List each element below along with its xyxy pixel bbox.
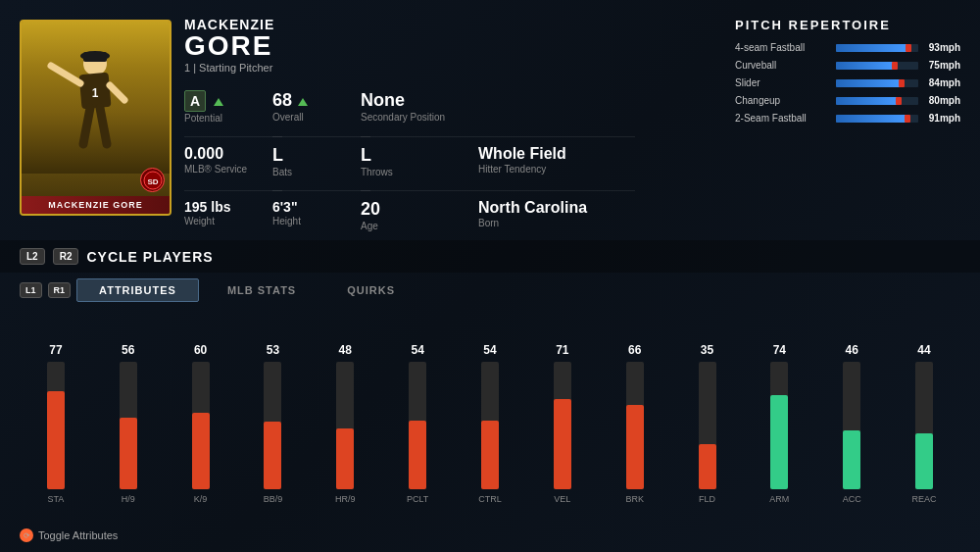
attr-name: BB/9 (264, 494, 283, 504)
age-stat: 20 Age (361, 190, 478, 236)
card-name-bar: MACKENZIE GORE (22, 196, 170, 214)
pitch-bar-container (836, 79, 918, 87)
pitch-speed: 80mph (926, 95, 960, 106)
btn-r1[interactable]: R1 (48, 282, 72, 298)
toggle-attributes-button[interactable]: ⟳ Toggle Attributes (20, 528, 118, 542)
tab-attributes[interactable]: ATTRIBUTES (76, 278, 199, 302)
pitch-speed: 84mph (926, 77, 960, 88)
svg-rect-8 (83, 52, 107, 62)
cycle-header: L2 R2 CYCLE PLAYERS (0, 240, 980, 273)
btn-l2[interactable]: L2 (20, 248, 45, 265)
pitch-name: Changeup (735, 95, 828, 106)
svg-line-2 (51, 66, 80, 83)
hitter-tendency-stat: Whole Field Hitter Tendency (478, 136, 635, 182)
potential-grade: A (184, 90, 206, 112)
svg-text:SD: SD (147, 177, 158, 186)
pitch-repertoire-title: PITCH REPERTOIRE (735, 18, 960, 32)
throws-label: Throws (361, 167, 463, 177)
svg-line-4 (83, 108, 90, 144)
attr-name: FLD (699, 494, 715, 504)
hitter-tendency-label: Hitter Tendency (478, 164, 619, 175)
attr-col: 54PCLT (381, 343, 454, 504)
main-container: SP 1 L 1 (0, 0, 980, 552)
attr-value: 44 (917, 343, 930, 357)
attr-bar-container (699, 362, 716, 489)
toggle-icon: ⟳ (20, 528, 33, 542)
tabs-row: L1 R1 ATTRIBUTES MLB STATS QUIRKS (0, 273, 980, 308)
born-stat: North Carolina Born (478, 190, 635, 236)
attr-bar-container (336, 362, 354, 489)
bats-label: Bats (272, 167, 355, 177)
attr-name: PCLT (407, 494, 428, 504)
potential-stat: A Potential (184, 85, 282, 128)
btn-l1[interactable]: L1 (20, 282, 42, 298)
height-stat: 6'3" Height (272, 190, 370, 236)
attr-name: HR/9 (335, 494, 356, 504)
attr-name: ARM (769, 494, 789, 504)
pitch-bar-fill (836, 97, 899, 105)
mlb-service-label: MLB® Service (184, 164, 267, 175)
team-logo: SD (140, 168, 165, 192)
pitch-bar-fill (836, 115, 907, 123)
empty-stat-1 (478, 85, 635, 128)
attr-bar-fill (192, 413, 210, 489)
toggle-attributes-label: Toggle Attributes (38, 529, 118, 541)
pitch-row: Slider84mph (735, 77, 960, 88)
attr-bar-container (843, 362, 860, 489)
attr-col: 48HR/9 (309, 343, 381, 504)
pitcher-silhouette: 1 (46, 46, 144, 174)
attr-value: 35 (701, 343, 713, 357)
pitch-bar-accent (896, 97, 902, 105)
attr-col: 35FLD (671, 343, 744, 504)
pitch-speed: 93mph (926, 42, 960, 53)
btn-r2[interactable]: R2 (53, 248, 79, 265)
pitch-repertoire-section: PITCH REPERTOIRE 4-seam Fastball93mphCur… (735, 18, 960, 130)
pitch-bar-container (836, 115, 918, 123)
attr-bar-container (626, 362, 644, 489)
attr-bar-fill (554, 399, 571, 489)
attr-bar-container (120, 362, 137, 489)
attr-bar-container (770, 362, 788, 489)
secondary-position-stat: None Secondary Position (361, 85, 478, 128)
pitch-name: 4-seam Fastball (735, 42, 828, 53)
pitch-bars: 4-seam Fastball93mphCurveball75mphSlider… (735, 42, 960, 124)
attr-bar-fill (481, 421, 499, 489)
born-label: Born (478, 218, 619, 228)
attr-col: 77STA (20, 343, 92, 504)
pitch-bar-accent (906, 44, 911, 52)
pitch-bar-accent (892, 62, 898, 70)
attr-col: 71VEL (526, 343, 599, 504)
attr-col: 54CTRL (454, 343, 526, 504)
pitch-name: 2-Seam Fastball (735, 113, 828, 124)
attr-bar-container (554, 362, 571, 489)
attr-value: 54 (411, 343, 423, 357)
attr-name: STA (48, 494, 65, 504)
attr-value: 46 (846, 343, 858, 357)
attr-bar-container (192, 362, 210, 489)
attr-col: 56H/9 (92, 343, 165, 504)
attr-value: 56 (122, 343, 134, 357)
overall-stat: 68 Overall (272, 85, 370, 128)
attr-value: 53 (267, 343, 279, 357)
attr-bar-fill (626, 405, 644, 489)
bottom-section: L2 R2 CYCLE PLAYERS L1 R1 ATTRIBUTES MLB… (0, 240, 980, 552)
attr-col: 66BRK (599, 343, 671, 504)
tab-mlb-stats[interactable]: MLB STATS (205, 278, 318, 302)
pitch-bar-container (836, 44, 918, 52)
pitch-bar-fill (836, 62, 895, 70)
attr-name: REAC (912, 494, 937, 504)
pitch-row: 4-seam Fastball93mph (735, 42, 960, 53)
attr-bar-container (915, 362, 933, 489)
attr-name: H/9 (122, 494, 135, 504)
pitch-bar-fill (836, 79, 902, 87)
pitch-speed: 91mph (926, 113, 960, 124)
tab-quirks[interactable]: QUIRKS (324, 278, 417, 302)
attr-bar-fill (264, 422, 281, 489)
age-label: Age (361, 221, 463, 231)
attr-col: 74ARM (743, 343, 815, 504)
player-name: MACKENZIE GORE (184, 18, 655, 60)
attr-bar-container (264, 362, 281, 489)
attr-bar-fill (47, 391, 65, 489)
attr-name: ACC (843, 494, 861, 504)
player-info: MACKENZIE GORE 1 | Starting Pitcher A Po… (184, 18, 655, 236)
